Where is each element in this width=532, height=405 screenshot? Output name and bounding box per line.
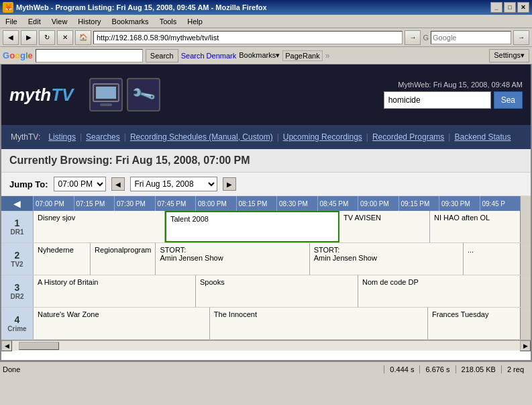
menu-history[interactable]: History	[75, 17, 103, 26]
h-scroll-right[interactable]: ▶	[520, 341, 531, 351]
scrollbar-top	[520, 196, 531, 211]
mythtv-logo: myth TV	[9, 85, 73, 105]
program-frances-tuesday[interactable]: Frances Tuesday	[428, 308, 520, 339]
channel-1-programs: Disney sjov Talent 2008 TV AVISEN NI HAO…	[34, 211, 520, 242]
settings-button[interactable]: Settings▾	[489, 49, 529, 62]
home-button[interactable]: 🏠	[75, 30, 91, 45]
forward-button[interactable]: ▶	[21, 30, 37, 45]
back-button[interactable]: ◀	[3, 30, 19, 45]
program-natures-war[interactable]: Nature's War Zone	[34, 308, 210, 339]
navigation-toolbar: ◀ ▶ ↻ ✕ 🏠 → G →	[0, 28, 532, 47]
go-button[interactable]: →	[405, 30, 421, 45]
channel-cell-2: 2 TV2	[1, 243, 34, 275]
search-area: MythWeb: Fri Aug 15, 2008, 09:48 AM Sea	[384, 81, 523, 109]
channel-cell-3: 3 DR2	[1, 275, 34, 307]
status-info: 0.444 s 6.676 s 218.05 KB 2 req	[384, 365, 529, 373]
maximize-button[interactable]: □	[504, 2, 516, 13]
program-ni-hao[interactable]: NI HAO aften OL	[430, 211, 520, 242]
menu-bar: File Edit View History Bookmarks Tools H…	[0, 15, 532, 28]
menu-bookmarks[interactable]: Bookmarks	[109, 17, 152, 26]
time-cell-3: 07:30 PM	[115, 196, 156, 211]
channel-cell-4: 4 Crime	[1, 308, 34, 339]
header-date: MythWeb: Fri Aug 15, 2008, 09:48 AM	[384, 81, 523, 89]
time-cell-10: 09:15 PM	[399, 196, 440, 211]
menu-tools[interactable]: Tools	[157, 17, 180, 26]
window-title: MythWeb - Program Listing: Fri Aug 15, 2…	[16, 3, 490, 11]
next-time-button[interactable]: ▶	[223, 177, 236, 191]
program-nyhederne[interactable]: Nyhederne	[34, 243, 91, 275]
search-label: G	[423, 34, 429, 42]
nav-backend-status[interactable]: Backend Status	[450, 130, 515, 144]
channel-name-3: DR2	[10, 293, 23, 300]
pagerank-widget: PageRank	[282, 50, 322, 61]
time-cell-6: 08:15 PM	[237, 196, 278, 211]
window-controls[interactable]: _ □ ✕	[490, 2, 529, 13]
jump-time-select[interactable]: 07:00 PM	[54, 177, 106, 191]
stop-button[interactable]: ✕	[57, 30, 73, 45]
program-search-button[interactable]: Sea	[494, 91, 523, 109]
timing-2: 6.676 s	[419, 365, 455, 373]
jump-label: Jump To:	[9, 179, 48, 189]
channel-name-2: TV2	[11, 261, 23, 268]
nav-searches[interactable]: Searches	[82, 130, 124, 144]
settings-icon-button[interactable]: 🔧	[127, 78, 160, 111]
nav-listings[interactable]: Listings	[44, 130, 80, 144]
channel-2-programs: Nyhederne Regionalprogram STORT: Amin Je…	[34, 243, 520, 275]
program-stort-1[interactable]: STORT: Amin Jensen Show	[156, 243, 309, 275]
h-scroll-track	[12, 341, 520, 351]
nav-recorded-programs[interactable]: Recorded Programs	[368, 130, 448, 144]
h-scroll-left[interactable]: ◀	[1, 341, 12, 351]
time-cell-9: 09:00 PM	[358, 196, 399, 211]
program-stort-2[interactable]: STORT: Amin Jensen Show	[310, 243, 464, 275]
google-logo: Google	[3, 50, 33, 60]
program-search-input[interactable]	[384, 91, 491, 109]
scrollbar-row4	[520, 308, 531, 339]
google-search-input[interactable]	[36, 49, 143, 62]
channel-name-4: Crime	[7, 325, 26, 332]
address-input[interactable]	[93, 31, 403, 44]
scrollbar-row2	[520, 243, 531, 275]
mythtv-nav: MythTV: Listings | Searches | Recording …	[1, 125, 531, 149]
jump-row: Jump To: 07:00 PM ◀ Fri Aug 15, 2008 ▶	[1, 173, 531, 196]
search-denmark-link[interactable]: Search Denmark	[181, 52, 237, 60]
bookmarks-button[interactable]: Bookmarks▾	[239, 51, 280, 60]
time-cell-7: 08:30 PM	[277, 196, 318, 211]
program-nom-de-code[interactable]: Nom de code DP	[358, 275, 520, 307]
nav-upcoming-recordings[interactable]: Upcoming Recordings	[279, 130, 366, 144]
program-tv-avisen[interactable]: TV AVISEN	[339, 211, 430, 242]
close-button[interactable]: ✕	[517, 2, 529, 13]
program-history-britain[interactable]: A History of Britain	[34, 275, 196, 307]
time-cell-5: 08:00 PM	[196, 196, 237, 211]
tv-icon	[93, 83, 119, 106]
request-count: 2 req	[501, 365, 529, 373]
program-spooks[interactable]: Spooks	[196, 275, 358, 307]
browser-content: myth TV 🔧 MythWeb: Fri Aug 15, 20	[0, 64, 532, 361]
menu-edit[interactable]: Edit	[25, 17, 44, 26]
channel-row-3: 3 DR2 A History of Britain Spooks Nom de…	[1, 275, 531, 308]
grid-back-button[interactable]: ◀	[1, 196, 34, 211]
h-scroll-thumb[interactable]	[19, 342, 59, 350]
menu-file[interactable]: File	[3, 17, 20, 26]
program-ellipsis[interactable]: ...	[464, 243, 520, 275]
menu-view[interactable]: View	[49, 17, 70, 26]
program-disney-sjov[interactable]: Disney sjov	[34, 211, 165, 242]
browser-search-input[interactable]	[431, 31, 511, 44]
tv-icon-button[interactable]	[89, 78, 123, 111]
scrollbar-row1	[520, 211, 531, 242]
time-cell-11: 09:30 PM	[439, 196, 480, 211]
listing-header: Currently Browsing: Fri Aug 15, 2008, 07…	[1, 149, 531, 173]
refresh-button[interactable]: ↻	[39, 30, 55, 45]
google-search-button[interactable]: Search	[146, 49, 178, 62]
nav-recording-schedules[interactable]: Recording Schedules (Manual, Custom)	[126, 130, 277, 144]
program-innocent[interactable]: The Innocent	[210, 308, 428, 339]
time-cell-8: 08:45 PM	[318, 196, 359, 211]
minimize-button[interactable]: _	[490, 2, 502, 13]
search-go-button[interactable]: →	[513, 30, 529, 45]
prev-time-button[interactable]: ◀	[111, 177, 125, 191]
jump-date-select[interactable]: Fri Aug 15, 2008	[130, 177, 217, 191]
menu-help[interactable]: Help	[184, 17, 205, 26]
channel-row-4: 4 Crime Nature's War Zone The Innocent F…	[1, 308, 531, 340]
page-content: myth TV 🔧 MythWeb: Fri Aug 15, 20	[1, 64, 531, 360]
program-regionalprogram[interactable]: Regionalprogram	[91, 243, 156, 275]
program-talent-2008[interactable]: Talent 2008	[165, 211, 339, 242]
